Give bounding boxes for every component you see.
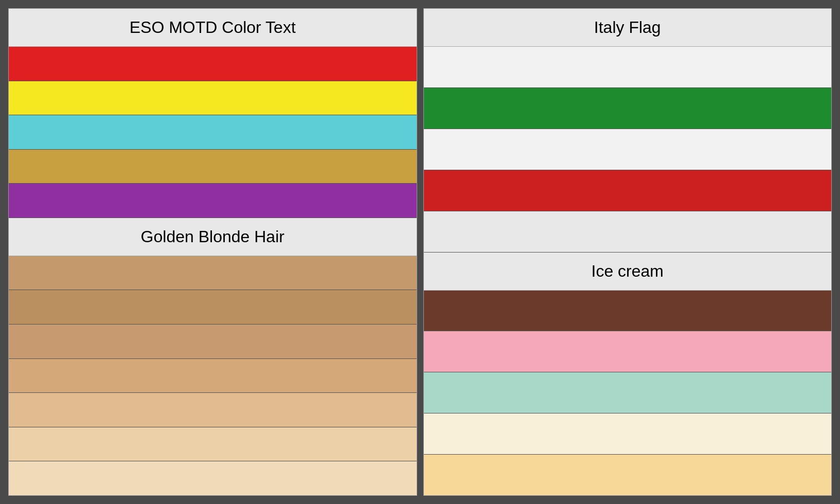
icecream-stripe-3 — [424, 372, 832, 413]
icecream-stripe-4 — [424, 413, 832, 455]
ice-cream-header: Ice cream — [424, 253, 832, 291]
icecream-stripe-5 — [424, 455, 832, 495]
blonde-stripe-5 — [9, 393, 417, 427]
italy-panel: Italy Flag Ice cream — [423, 8, 832, 496]
italy-stripe-4 — [424, 170, 832, 211]
italy-flag-header: Italy Flag — [424, 9, 832, 47]
eso-stripe-2 — [9, 81, 417, 116]
blonde-stripe-6 — [9, 427, 417, 462]
italy-stripe-3 — [424, 129, 832, 170]
icecream-stripe-2 — [424, 331, 832, 372]
eso-motd-header: ESO MOTD Color Text — [9, 9, 417, 47]
italy-stripe-2 — [424, 88, 832, 129]
blonde-stripe-3 — [9, 325, 417, 359]
blonde-stripe-7 — [9, 461, 417, 495]
golden-blonde-header: Golden Blonde Hair — [9, 218, 417, 256]
italy-stripe-5 — [424, 211, 832, 253]
blonde-stripe-1 — [9, 256, 417, 291]
main-container: ESO MOTD Color Text Golden Blonde Hair I… — [0, 0, 840, 504]
eso-stripe-4 — [9, 150, 417, 184]
eso-stripe-1 — [9, 47, 417, 81]
eso-stripe-3 — [9, 115, 417, 150]
blonde-stripe-4 — [9, 359, 417, 393]
eso-motd-panel: ESO MOTD Color Text Golden Blonde Hair — [8, 8, 417, 496]
italy-stripe-1 — [424, 47, 832, 88]
icecream-stripe-1 — [424, 291, 832, 332]
eso-stripe-5 — [9, 184, 417, 218]
blonde-stripe-2 — [9, 290, 417, 325]
